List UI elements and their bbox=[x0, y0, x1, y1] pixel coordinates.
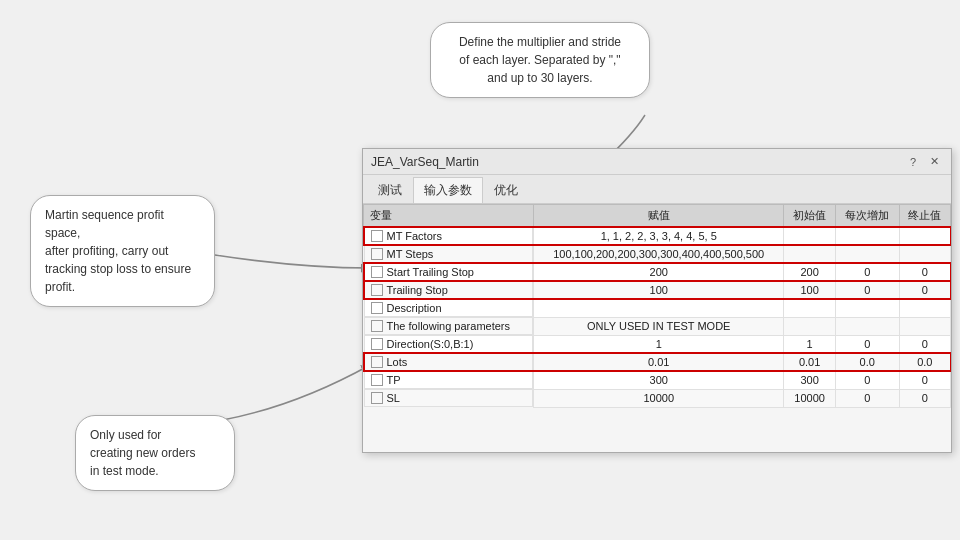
row-checkbox[interactable] bbox=[371, 248, 383, 260]
row-end-cell: 0 bbox=[899, 389, 950, 407]
col-step: 每次增加 bbox=[835, 205, 899, 227]
row-step-cell: 0.0 bbox=[835, 353, 899, 371]
row-initial-cell bbox=[784, 245, 835, 263]
row-name-cell: Description bbox=[364, 299, 534, 317]
close-button[interactable]: ✕ bbox=[926, 155, 943, 168]
tab-params[interactable]: 输入参数 bbox=[413, 177, 483, 203]
row-value-cell: 10000 bbox=[534, 389, 784, 407]
dialog-controls: ? ✕ bbox=[906, 155, 943, 168]
row-checkbox[interactable] bbox=[371, 302, 383, 314]
row-label: Start Trailing Stop bbox=[387, 266, 474, 278]
row-value-cell: 200 bbox=[534, 263, 784, 281]
row-step-cell: 0 bbox=[835, 263, 899, 281]
row-value-cell: 100 bbox=[534, 281, 784, 299]
row-initial-cell: 0.01 bbox=[784, 353, 835, 371]
row-name-cell: TP bbox=[364, 371, 534, 389]
row-value-cell: 300 bbox=[534, 371, 784, 389]
help-button[interactable]: ? bbox=[906, 156, 920, 168]
row-end-cell bbox=[899, 245, 950, 263]
table-row[interactable]: The following parametersONLY USED IN TES… bbox=[364, 317, 951, 335]
row-checkbox[interactable] bbox=[371, 356, 383, 368]
row-label: Direction(S:0,B:1) bbox=[387, 338, 474, 350]
row-checkbox[interactable] bbox=[371, 320, 383, 332]
row-end-cell bbox=[899, 317, 950, 335]
row-initial-cell bbox=[784, 299, 835, 317]
tab-bar: 测试 输入参数 优化 bbox=[363, 175, 951, 204]
row-value-cell: 100,100,200,200,300,300,400,400,500,500 bbox=[534, 245, 784, 263]
row-value-cell: 1, 1, 2, 2, 3, 3, 4, 4, 5, 5 bbox=[534, 227, 784, 246]
table-row[interactable]: Start Trailing Stop20020000 bbox=[364, 263, 951, 281]
row-value-cell: 1 bbox=[534, 335, 784, 353]
col-variable: 变量 bbox=[364, 205, 534, 227]
row-end-cell: 0 bbox=[899, 263, 950, 281]
table-row[interactable]: MT Steps100,100,200,200,300,300,400,400,… bbox=[364, 245, 951, 263]
row-end-cell bbox=[899, 299, 950, 317]
row-end-cell: 0 bbox=[899, 371, 950, 389]
row-step-cell: 0 bbox=[835, 371, 899, 389]
col-value: 赋值 bbox=[534, 205, 784, 227]
row-step-cell: 0 bbox=[835, 281, 899, 299]
dialog-window: JEA_VarSeq_Martin ? ✕ 测试 输入参数 优化 变量 赋值 初… bbox=[362, 148, 952, 453]
row-value-cell bbox=[534, 299, 784, 317]
row-initial-cell: 10000 bbox=[784, 389, 835, 407]
table-header-row: 变量 赋值 初始值 每次增加 终止值 bbox=[364, 205, 951, 227]
row-value-cell: ONLY USED IN TEST MODE bbox=[534, 317, 784, 335]
row-step-cell bbox=[835, 227, 899, 246]
row-name-cell: Direction(S:0,B:1) bbox=[364, 335, 534, 353]
row-checkbox[interactable] bbox=[371, 230, 383, 242]
row-initial-cell bbox=[784, 227, 835, 246]
row-label: Trailing Stop bbox=[387, 284, 448, 296]
row-checkbox[interactable] bbox=[371, 284, 383, 296]
params-table-container: 变量 赋值 初始值 每次增加 终止值 MT Factors1, 1, 2, 2,… bbox=[363, 204, 951, 408]
row-step-cell bbox=[835, 317, 899, 335]
row-name-cell: Lots bbox=[364, 353, 534, 371]
tab-optimize[interactable]: 优化 bbox=[483, 177, 529, 203]
row-step-cell bbox=[835, 299, 899, 317]
tab-test[interactable]: 测试 bbox=[367, 177, 413, 203]
row-name-cell: MT Factors bbox=[364, 227, 534, 245]
row-checkbox[interactable] bbox=[371, 266, 383, 278]
table-row[interactable]: Trailing Stop10010000 bbox=[364, 281, 951, 299]
row-name-cell: Start Trailing Stop bbox=[364, 263, 534, 281]
table-row[interactable]: MT Factors1, 1, 2, 2, 3, 3, 4, 4, 5, 5 bbox=[364, 227, 951, 246]
row-end-cell: 0 bbox=[899, 335, 950, 353]
callout-top-text: Define the multiplier and stride of each… bbox=[459, 35, 621, 85]
col-initial: 初始值 bbox=[784, 205, 835, 227]
dialog-title: JEA_VarSeq_Martin bbox=[371, 155, 479, 169]
row-step-cell bbox=[835, 245, 899, 263]
row-label: SL bbox=[387, 392, 400, 404]
callout-left: Martin sequence profit space, after prof… bbox=[30, 195, 215, 307]
dialog-titlebar: JEA_VarSeq_Martin ? ✕ bbox=[363, 149, 951, 175]
callout-left-text: Martin sequence profit space, after prof… bbox=[45, 208, 191, 294]
table-row[interactable]: SL100001000000 bbox=[364, 389, 951, 407]
row-initial-cell: 1 bbox=[784, 335, 835, 353]
row-name-cell: Trailing Stop bbox=[364, 281, 534, 299]
col-end: 终止值 bbox=[899, 205, 950, 227]
table-body: MT Factors1, 1, 2, 2, 3, 3, 4, 4, 5, 5MT… bbox=[364, 227, 951, 408]
row-initial-cell bbox=[784, 317, 835, 335]
row-value-cell: 0.01 bbox=[534, 353, 784, 371]
row-end-cell: 0.0 bbox=[899, 353, 950, 371]
table-row[interactable]: Description bbox=[364, 299, 951, 317]
row-step-cell: 0 bbox=[835, 389, 899, 407]
row-step-cell: 0 bbox=[835, 335, 899, 353]
row-label: Description bbox=[387, 302, 442, 314]
row-initial-cell: 100 bbox=[784, 281, 835, 299]
callout-top: Define the multiplier and stride of each… bbox=[430, 22, 650, 98]
row-name-cell: SL bbox=[364, 389, 534, 407]
row-name-cell: MT Steps bbox=[364, 245, 534, 263]
row-label: Lots bbox=[387, 356, 408, 368]
table-row[interactable]: Direction(S:0,B:1)1100 bbox=[364, 335, 951, 353]
row-name-cell: The following parameters bbox=[364, 317, 534, 335]
table-row[interactable]: Lots0.010.010.00.0 bbox=[364, 353, 951, 371]
row-label: The following parameters bbox=[387, 320, 511, 332]
row-label: TP bbox=[387, 374, 401, 386]
table-row[interactable]: TP30030000 bbox=[364, 371, 951, 389]
row-label: MT Steps bbox=[387, 248, 434, 260]
row-checkbox[interactable] bbox=[371, 392, 383, 404]
row-checkbox[interactable] bbox=[371, 338, 383, 350]
row-initial-cell: 200 bbox=[784, 263, 835, 281]
row-end-cell bbox=[899, 227, 950, 246]
params-table: 变量 赋值 初始值 每次增加 终止值 MT Factors1, 1, 2, 2,… bbox=[363, 204, 951, 408]
row-checkbox[interactable] bbox=[371, 374, 383, 386]
